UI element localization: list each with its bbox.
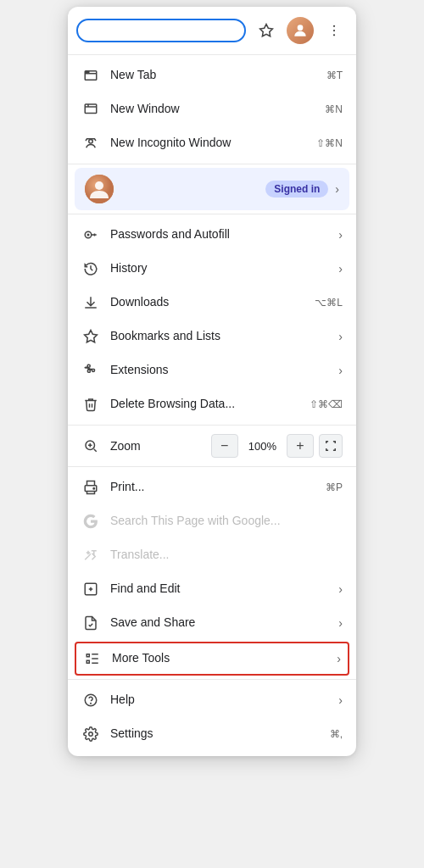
menu-item-help[interactable]: Help › — [68, 683, 356, 717]
more-options-button[interactable] — [321, 17, 348, 44]
google-icon — [81, 512, 100, 531]
menu-item-more-tools[interactable]: More Tools › — [75, 642, 349, 676]
svg-point-2 — [333, 25, 335, 27]
svg-point-20 — [91, 703, 92, 704]
new-window-label: New Window — [110, 101, 318, 118]
incognito-shortcut: ⇧⌘N — [316, 137, 343, 149]
divider-1 — [68, 54, 356, 55]
menu-item-search-page[interactable]: Search This Page with Google... — [68, 504, 356, 538]
svg-point-12 — [87, 234, 90, 236]
settings-label: Settings — [110, 726, 323, 743]
find-icon — [81, 580, 100, 598]
zoom-row: Zoom − 100% + — [68, 429, 356, 463]
new-window-shortcut: ⌘N — [325, 103, 343, 115]
new-tab-label: New Tab — [110, 67, 320, 84]
history-label: History — [110, 260, 332, 277]
svg-marker-13 — [85, 331, 98, 342]
divider-4 — [68, 425, 356, 426]
svg-marker-0 — [260, 25, 273, 36]
downloads-label: Downloads — [110, 294, 308, 311]
zoom-value: 100% — [242, 440, 283, 453]
find-edit-arrow: › — [338, 582, 343, 596]
menu-item-downloads[interactable]: Downloads ⌥⌘L — [68, 286, 356, 320]
new-tab-shortcut: ⌘T — [326, 70, 343, 81]
bookmarks-star-icon — [81, 327, 100, 346]
svg-point-4 — [333, 34, 335, 36]
extensions-label: Extensions — [110, 362, 332, 379]
menu-item-passwords[interactable]: Passwords and Autofill › — [68, 218, 356, 252]
incognito-icon — [81, 134, 100, 153]
translate-label: Translate... — [110, 547, 343, 564]
signed-in-avatar — [85, 175, 114, 203]
menu-item-settings[interactable]: Settings ⌘, — [68, 717, 356, 751]
extensions-arrow: › — [338, 364, 343, 377]
tab-icon — [81, 66, 100, 85]
zoom-fullscreen-button[interactable] — [319, 434, 343, 458]
save-share-arrow: › — [338, 616, 343, 630]
save-share-label: Save and Share — [110, 615, 332, 632]
zoom-icon — [81, 437, 100, 455]
divider-6 — [68, 679, 356, 680]
menu-item-find-edit[interactable]: Find and Edit › — [68, 572, 356, 606]
menu-item-bookmarks[interactable]: Bookmarks and Lists › — [68, 320, 356, 353]
help-icon — [81, 691, 100, 709]
key-icon — [81, 225, 100, 244]
bookmarks-arrow: › — [338, 330, 343, 343]
bookmarks-label: Bookmarks and Lists — [110, 328, 332, 345]
address-bar — [76, 19, 246, 42]
incognito-label: New Incognito Window — [110, 135, 310, 152]
signed-in-row[interactable]: Signed in › — [75, 168, 349, 210]
delete-browsing-shortcut: ⇧⌘⌫ — [310, 398, 343, 410]
settings-shortcut: ⌘, — [330, 728, 343, 740]
print-shortcut: ⌘P — [326, 481, 343, 493]
svg-rect-6 — [85, 71, 89, 74]
menu-item-history[interactable]: History › — [68, 252, 356, 286]
more-tools-arrow: › — [337, 652, 341, 665]
help-arrow: › — [338, 693, 343, 707]
svg-point-21 — [89, 732, 93, 737]
divider-3 — [68, 214, 356, 214]
menu-item-new-window[interactable]: New Window ⌘N — [68, 92, 356, 126]
delete-browsing-label: Delete Browsing Data... — [110, 396, 303, 413]
history-icon — [81, 259, 100, 278]
signed-in-badge: Signed in — [265, 181, 328, 198]
downloads-shortcut: ⌥⌘L — [315, 297, 343, 309]
divider-2 — [68, 164, 356, 164]
help-label: Help — [110, 692, 332, 709]
svg-rect-7 — [85, 104, 97, 114]
search-page-label: Search This Page with Google... — [110, 513, 343, 530]
menu-item-save-share[interactable]: Save and Share › — [68, 606, 356, 640]
puzzle-icon — [81, 361, 100, 380]
zoom-plus-button[interactable]: + — [287, 434, 314, 458]
zoom-label: Zoom — [110, 439, 211, 453]
find-edit-label: Find and Edit — [110, 581, 332, 598]
more-tools-label: More Tools — [112, 650, 330, 667]
svg-point-16 — [93, 487, 95, 489]
passwords-label: Passwords and Autofill — [110, 226, 332, 243]
menu-item-translate[interactable]: Translate... — [68, 538, 356, 572]
divider-5 — [68, 466, 356, 467]
menu-item-new-tab[interactable]: New Tab ⌘T — [68, 58, 356, 92]
profile-avatar[interactable] — [287, 17, 314, 44]
zoom-minus-button[interactable]: − — [211, 434, 238, 458]
settings-icon — [81, 725, 100, 743]
menu-item-delete-browsing[interactable]: Delete Browsing Data... ⇧⌘⌫ — [68, 387, 356, 421]
bookmark-star-button[interactable] — [253, 17, 280, 44]
history-arrow: › — [338, 262, 343, 275]
menu-item-print[interactable]: Print... ⌘P — [68, 470, 356, 504]
window-icon — [81, 100, 100, 119]
top-bar — [68, 12, 356, 51]
menu-item-incognito[interactable]: New Incognito Window ⇧⌘N — [68, 126, 356, 160]
svg-point-1 — [298, 25, 304, 31]
print-label: Print... — [110, 479, 319, 496]
print-icon — [81, 478, 100, 497]
passwords-arrow: › — [338, 228, 343, 242]
translate-icon — [81, 546, 100, 565]
menu-item-extensions[interactable]: Extensions › — [68, 353, 356, 387]
svg-point-10 — [95, 181, 103, 190]
svg-point-8 — [89, 140, 93, 144]
tools-icon — [83, 649, 102, 668]
chrome-menu: New Tab ⌘T New Window ⌘N New Incognito W… — [68, 7, 356, 756]
trash-icon — [81, 395, 100, 414]
svg-point-3 — [333, 30, 335, 31]
